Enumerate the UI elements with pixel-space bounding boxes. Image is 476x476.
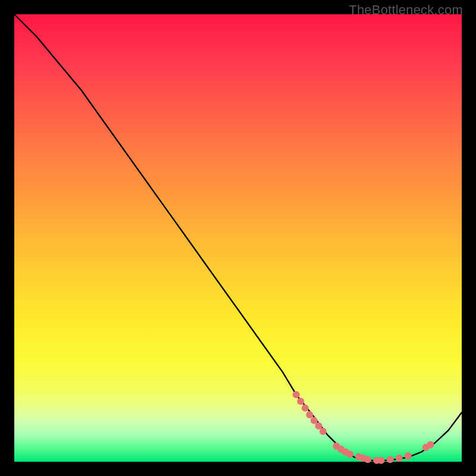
highlight-point: [387, 456, 394, 463]
chart-frame: TheBottleneck.com: [0, 0, 476, 476]
highlight-point: [302, 405, 309, 412]
curve-layer: [14, 14, 462, 462]
highlight-point: [293, 391, 300, 398]
highlight-point: [320, 428, 327, 435]
highlight-point: [378, 457, 385, 464]
highlight-points: [293, 391, 434, 464]
watermark-label: TheBottleneck.com: [349, 2, 463, 18]
highlight-point: [306, 411, 313, 418]
bottleneck-curve: [14, 14, 462, 461]
highlight-point: [297, 398, 304, 405]
highlight-point: [427, 441, 434, 448]
highlight-point: [396, 455, 403, 462]
plot-area: [14, 14, 462, 462]
highlight-point: [346, 450, 353, 458]
highlight-point: [364, 456, 371, 463]
highlight-point: [405, 452, 412, 459]
